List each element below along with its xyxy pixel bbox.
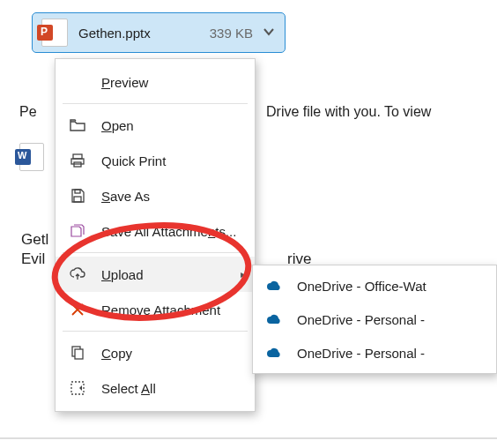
word-attachment-icon [19,143,44,171]
bg-text-fragment: Pe [19,104,37,120]
svg-rect-6 [75,349,83,359]
menu-upload[interactable]: Upload ▸ [56,257,255,292]
cloud-upload-icon [68,265,87,284]
onedrive-icon [265,279,285,293]
onedrive-icon [265,346,285,360]
menu-preview[interactable]: Preview [56,64,255,100]
onedrive-icon [265,312,285,326]
svg-rect-1 [71,159,84,164]
chevron-down-icon[interactable] [262,25,276,41]
attachment-size: 339 KB [210,26,253,41]
folder-open-icon [68,116,87,135]
select-all-icon [68,378,87,398]
submenu-item-onedrive[interactable]: OneDrive - Office-Wat [253,269,496,302]
svg-rect-4 [74,197,81,202]
bottom-divider [0,437,497,439]
chevron-right-icon: ▸ [241,268,246,280]
attachment-filename: Gethen.pptx [78,26,210,41]
blank-icon [68,72,87,92]
menu-label: Save As [101,189,150,204]
menu-label: Select All [101,381,156,396]
menu-label: Remove Attachment [101,302,220,317]
submenu-label: OneDrive - Office-Wat [297,279,427,294]
menu-label: Open [101,118,134,133]
bg-text-fragment: Drive file with you. To view [266,104,431,120]
menu-label: Save All Attachments... [101,224,236,239]
menu-label: Copy [101,346,132,361]
menu-remove-attachment[interactable]: Remove Attachment [56,292,255,327]
menu-save-all-attachments[interactable]: Save All Attachments... [56,213,255,249]
menu-separator [63,103,248,104]
copy-icon [68,343,87,362]
submenu-label: OneDrive - Personal - [297,346,425,361]
menu-copy[interactable]: Copy [56,335,255,370]
menu-quick-print[interactable]: Quick Print [56,143,255,178]
powerpoint-icon [41,19,68,47]
submenu-item-onedrive[interactable]: OneDrive - Personal - [253,336,496,370]
printer-icon [68,151,87,170]
menu-label: Quick Print [101,153,166,168]
upload-submenu: OneDrive - Office-Wat OneDrive - Persona… [252,265,497,374]
bg-text-fragment: Getl [21,231,48,249]
svg-rect-3 [75,190,80,193]
menu-label: Upload [101,267,144,282]
svg-rect-0 [73,154,82,159]
menu-separator [63,331,248,332]
menu-separator [63,252,248,253]
bg-text-fragment: Evil [21,250,45,268]
remove-icon [68,300,87,319]
menu-save-as[interactable]: Save As [56,178,255,213]
menu-label: Preview [101,75,148,90]
submenu-item-onedrive[interactable]: OneDrive - Personal - [253,302,496,336]
menu-select-all[interactable]: Select All [56,370,255,406]
menu-open[interactable]: Open [56,108,255,143]
submenu-label: OneDrive - Personal - [297,312,425,327]
save-all-icon [68,221,87,241]
save-icon [68,186,87,205]
attachment-context-menu: Preview Open Quick Print Save As Save Al… [55,58,256,412]
attachment-chip[interactable]: Gethen.pptx 339 KB [32,12,286,53]
